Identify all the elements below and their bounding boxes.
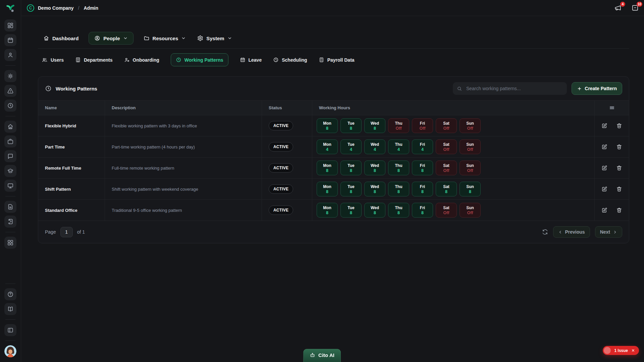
working-hours-cell: Mon4Tue4Wed4Thu4Fri4SatOffSunOff <box>312 136 595 157</box>
day-chip-day: Sun <box>466 121 474 126</box>
home-icon <box>43 35 49 41</box>
edit-pattern-button[interactable] <box>601 207 607 213</box>
delete-pattern-button[interactable] <box>616 123 622 129</box>
table-header: Name Description Status Working Hours <box>38 100 629 115</box>
panel-left-icon <box>7 327 14 334</box>
topbar-actions: 4 10 <box>614 4 639 12</box>
delete-pattern-button[interactable] <box>616 186 622 192</box>
delete-pattern-button[interactable] <box>616 165 622 171</box>
sidebar-item-documents[interactable] <box>4 201 16 213</box>
column-header-actions[interactable] <box>595 101 629 115</box>
day-chip-list: Mon8Tue8Wed8Thu8Fri8SatOffSunOff <box>317 203 481 218</box>
day-chip-day: Sat <box>443 121 449 126</box>
tab-label: Departments <box>84 57 113 63</box>
day-chip-day: Wed <box>371 184 379 189</box>
sidebar-item-devices[interactable] <box>4 180 16 192</box>
tab-payroll-data[interactable]: Payroll Data <box>319 54 355 66</box>
tab-departments[interactable]: Departments <box>75 54 113 66</box>
sidebar-item-dashboard[interactable] <box>4 19 16 32</box>
day-chip: SatOff <box>436 139 457 154</box>
create-pattern-button[interactable]: Create Pattern <box>572 82 622 95</box>
tab-leave[interactable]: Leave <box>240 54 262 66</box>
issue-indicator[interactable]: 1 Issue <box>603 346 639 355</box>
sidebar-item-time[interactable] <box>4 100 16 112</box>
sidebar-item-learning[interactable] <box>4 165 16 177</box>
status-cell: ACTIVE <box>262 158 312 178</box>
nav-resources[interactable]: Resources <box>142 32 187 44</box>
day-chip-value: 8 <box>350 168 352 173</box>
day-chip-day: Fri <box>420 184 425 189</box>
tab-users[interactable]: Users <box>42 54 64 66</box>
sidebar-item-theme[interactable] <box>4 70 16 82</box>
inbox-button[interactable]: 10 <box>631 4 639 12</box>
breadcrumb-page[interactable]: Admin <box>84 5 98 11</box>
sidebar-item-home[interactable] <box>4 121 16 133</box>
edit-pattern-button[interactable] <box>601 144 607 150</box>
folder-icon <box>144 35 150 41</box>
previous-page-button[interactable]: Previous <box>553 226 590 238</box>
sidebar-item-alerts[interactable] <box>4 85 16 97</box>
app-logo-icon[interactable] <box>4 3 16 15</box>
trash-icon <box>616 165 622 171</box>
sidebar-item-apps[interactable] <box>4 237 16 249</box>
delete-pattern-button[interactable] <box>616 207 622 213</box>
sidebar-item-records[interactable] <box>4 216 16 228</box>
search-input[interactable] <box>466 85 563 92</box>
pattern-name-cell: Part Time <box>38 136 105 157</box>
sidebar-item-profile[interactable] <box>4 49 16 61</box>
day-chip: Mon4 <box>317 139 338 154</box>
nav-divider <box>38 48 629 49</box>
day-chip-day: Sat <box>443 142 449 147</box>
next-page-button[interactable]: Next <box>595 226 622 238</box>
day-chip: Thu8 <box>388 161 409 175</box>
sidebar-item-collapse[interactable] <box>4 324 16 336</box>
day-chip: Thu4 <box>388 139 409 154</box>
breadcrumb-company[interactable]: Demo Company <box>38 5 74 11</box>
dashboard-grid-icon <box>7 22 14 29</box>
trash-icon <box>616 123 622 129</box>
pattern-name-cell: Remote Full Time <box>38 158 105 178</box>
day-chip-value: 8 <box>469 189 471 194</box>
tab-onboarding[interactable]: Onboarding <box>124 54 159 66</box>
page-number-input[interactable] <box>60 227 73 237</box>
monitor-icon <box>7 182 14 189</box>
edit-pattern-button[interactable] <box>601 186 607 192</box>
nav-dashboard[interactable]: Dashboard <box>42 32 80 44</box>
edit-pattern-button[interactable] <box>601 165 607 171</box>
tab-scheduling[interactable]: Scheduling <box>273 54 307 66</box>
tab-label: Onboarding <box>133 57 159 63</box>
tab-working-patterns[interactable]: Working Patterns <box>171 53 228 66</box>
sidebar-item-company[interactable] <box>4 135 16 147</box>
sidebar-item-calendar[interactable] <box>4 34 16 46</box>
announcements-button[interactable]: 4 <box>614 4 622 12</box>
delete-pattern-button[interactable] <box>616 144 622 150</box>
nav-people[interactable]: People <box>89 32 133 45</box>
inbox-badge: 10 <box>637 2 642 7</box>
table-row: Part TimePart-time working pattern (4 ho… <box>38 136 629 158</box>
close-icon[interactable] <box>631 349 635 352</box>
chevron-down-icon <box>123 36 128 41</box>
day-chip: Fri4 <box>412 139 433 154</box>
search-box <box>453 82 567 95</box>
sidebar-item-docs[interactable] <box>4 303 16 315</box>
day-chip: Tue8 <box>340 161 362 175</box>
sidebar-divider <box>5 65 15 66</box>
sidebar-item-messages[interactable] <box>4 150 16 162</box>
working-hours-cell: Mon8Tue8Wed8Thu8Fri8Sat8Sun8 <box>312 179 595 199</box>
status-cell: ACTIVE <box>262 200 312 221</box>
nav-system[interactable]: System <box>196 32 233 44</box>
day-chip-day: Sun <box>466 184 474 189</box>
day-chip-value: 8 <box>350 189 352 194</box>
cito-ai-button[interactable]: Cito AI <box>303 349 341 362</box>
day-chip: Mon8 <box>317 182 338 196</box>
day-chip-day: Fri <box>420 163 425 168</box>
day-chip-day: Thu <box>395 184 402 189</box>
avatar[interactable] <box>4 345 16 357</box>
page-of-label: of 1 <box>77 229 85 235</box>
refresh-button[interactable] <box>542 229 548 235</box>
sidebar-divider <box>5 196 15 196</box>
sidebar-item-help[interactable] <box>4 288 16 300</box>
day-chip: SunOff <box>460 139 481 154</box>
edit-pattern-button[interactable] <box>601 123 607 129</box>
edit-icon <box>601 123 607 129</box>
